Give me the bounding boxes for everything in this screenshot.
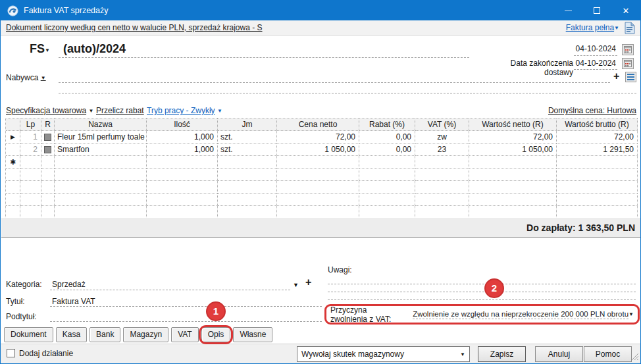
doc-symbol-dropdown[interactable]: FS▼ [30,42,50,56]
doc-number-field[interactable]: (auto)/2024 [63,42,126,56]
col-vat[interactable]: VAT (%) [415,118,469,131]
tab-vat[interactable]: VAT [171,327,199,342]
help-button[interactable]: Pomoc [584,346,632,362]
tab-opis[interactable]: Opis 1 [201,327,231,342]
uwagi-field-line1[interactable] [328,284,636,284]
delivery-date-field[interactable]: 04-10-2024 [575,59,616,68]
cell-wartosc-netto[interactable]: 72,00 [469,131,557,143]
empty-cell[interactable] [6,206,20,219]
empty-cell[interactable] [359,169,415,181]
empty-cell[interactable] [359,206,415,219]
buyer-address-field[interactable] [59,93,636,93]
empty-cell[interactable] [277,206,359,219]
empty-cell[interactable] [469,156,557,169]
document-icon[interactable] [625,22,635,34]
col-wartosc-brutto[interactable]: Wartość brutto (R) [557,118,638,131]
col-rabat[interactable]: Rabat (%) [359,118,415,131]
minimize-button[interactable] [553,1,582,20]
empty-cell[interactable] [557,206,638,219]
warehouse-effect-select[interactable]: Wywołaj skutek magazynowy ▼ [297,346,470,362]
empty-cell[interactable] [218,206,277,219]
empty-cell[interactable] [20,181,41,194]
cell-vat[interactable]: 23 [415,143,469,156]
tab-magazyn[interactable]: Magazyn [123,327,168,342]
recalc-discount-link[interactable]: Przelicz rabat [96,106,144,115]
empty-cell[interactable] [557,169,638,181]
cell-nazwa[interactable]: Smartfon [55,143,147,156]
close-button[interactable]: ✕ [611,1,640,20]
buyer-list-icon[interactable] [625,72,636,82]
empty-cell[interactable] [147,181,218,194]
empty-cell[interactable] [469,194,557,206]
cell-jm[interactable]: szt. [218,143,277,156]
cell-r[interactable] [41,143,55,156]
empty-cell[interactable] [147,194,218,206]
empty-cell[interactable] [20,156,41,169]
view-switch-link[interactable]: Faktura pełna [566,23,614,32]
empty-cell[interactable] [218,169,277,181]
col-wartosc-netto[interactable]: Wartość netto (R) [469,118,557,131]
empty-cell[interactable] [41,206,55,219]
doc-mode-link[interactable]: Dokument liczony według cen netto w walu… [6,23,263,32]
add-buyer-button[interactable]: + [613,72,619,81]
resize-grip[interactable] [631,353,639,363]
view-switch-arrow-icon[interactable]: ▼ [614,25,619,31]
col-nazwa[interactable]: Nazwa [55,118,147,131]
empty-cell[interactable] [55,206,147,219]
empty-cell[interactable] [6,181,20,194]
col-lp[interactable]: Lp [20,118,41,131]
empty-cell[interactable] [55,181,147,194]
cell-ilosc[interactable]: 1,000 [147,131,218,143]
empty-cell[interactable] [277,194,359,206]
vat-exemption-select[interactable]: Zwolnienie ze względu na nieprzekroczeni… [413,310,628,319]
empty-cell[interactable] [277,156,359,169]
work-mode-dropdown[interactable]: Tryb pracy - Zwykły ▼ [147,106,222,115]
default-price-link[interactable]: Domyślna cena: Hurtowa [548,106,636,115]
empty-cell[interactable] [147,206,218,219]
tytul-value[interactable]: Faktura VAT [52,297,95,306]
empty-cell[interactable] [557,194,638,206]
empty-cell[interactable] [20,169,41,181]
col-jm[interactable]: Jm [218,118,277,131]
col-cena-netto[interactable]: Cena netto [277,118,359,131]
empty-cell[interactable] [557,181,638,194]
save-button[interactable]: Zapisz [478,346,526,362]
buyer-dropdown[interactable]: Nabywca ▼ [6,73,46,82]
cell-wartosc-netto[interactable]: 1 050,00 [469,143,557,156]
empty-cell[interactable] [277,181,359,194]
empty-cell[interactable] [41,194,55,206]
cell-nazwa[interactable]: Fleur 15ml perfumy toale [55,131,147,143]
tab-wlasne[interactable]: Własne [233,327,272,342]
add-action-checkbox[interactable] [7,349,15,357]
podtytul-field[interactable] [50,321,322,322]
empty-cell[interactable] [359,156,415,169]
col-r[interactable]: R [41,118,55,131]
empty-cell[interactable] [218,194,277,206]
empty-cell[interactable] [55,156,147,169]
empty-cell[interactable] [55,169,147,181]
empty-cell[interactable] [415,194,469,206]
cell-lp[interactable]: 1 [20,131,41,143]
cancel-button[interactable]: Anuluj [535,346,583,362]
tab-dokument[interactable]: Dokument [4,327,53,342]
cell-cena-netto[interactable]: 1 050,00 [277,143,359,156]
kategoria-dropdown-icon[interactable]: ▼ [293,282,299,288]
empty-cell[interactable] [55,194,147,206]
empty-cell[interactable] [6,169,20,181]
empty-cell[interactable] [469,181,557,194]
cell-vat[interactable]: zw [415,131,469,143]
empty-cell[interactable] [469,206,557,219]
cell-lp[interactable]: 2 [20,143,41,156]
empty-cell[interactable] [6,194,20,206]
uwagi-field-line3[interactable] [328,299,636,300]
empty-cell[interactable] [359,181,415,194]
issue-date-field[interactable]: 04-10-2024 [575,44,616,53]
add-kategoria-button[interactable]: + [305,278,311,287]
cell-ilosc[interactable]: 1,000 [147,143,218,156]
empty-cell[interactable] [415,206,469,219]
cell-rabat[interactable]: 0,00 [359,131,415,143]
new-row-marker-icon[interactable]: ✱ [6,156,20,169]
empty-cell[interactable] [415,181,469,194]
empty-cell[interactable] [359,194,415,206]
maximize-button[interactable] [582,1,611,20]
